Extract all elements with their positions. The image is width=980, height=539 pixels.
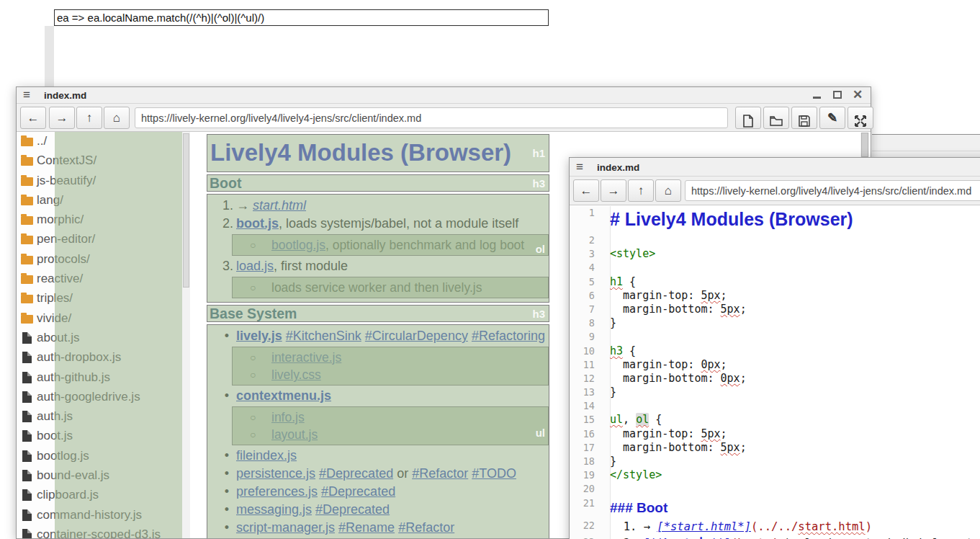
md-list-item: ○layout.js: [233, 426, 548, 443]
md-list-item: 1.→ start.html: [207, 197, 549, 215]
md-link[interactable]: #Deprecated: [319, 466, 393, 481]
sidebar-item[interactable]: protocols/: [17, 250, 190, 270]
background-window[interactable]: [872, 134, 980, 157]
expand-button[interactable]: [848, 107, 873, 129]
sidebar-item[interactable]: container-scoped-d3.js: [17, 525, 190, 538]
md-link[interactable]: #KitchenSink: [286, 329, 361, 343]
sidebar-item[interactable]: about.js: [17, 329, 190, 348]
md-link[interactable]: start.html: [253, 198, 306, 213]
forward-button[interactable]: →: [49, 107, 75, 129]
sidebar-item[interactable]: bound-eval.js: [17, 466, 190, 486]
home-button[interactable]: ⌂: [655, 179, 681, 202]
sidebar-item[interactable]: command-history.js: [17, 506, 190, 525]
highlighted-h3-block: Base Systemh3: [207, 305, 549, 322]
sidebar-item[interactable]: auth-googledrive.js: [17, 388, 190, 407]
md-link[interactable]: persistence.js: [236, 466, 315, 481]
save-button[interactable]: [791, 107, 817, 129]
md-link[interactable]: #Refactor: [398, 520, 454, 535]
md-list-item: 3.load.js, first module: [207, 257, 549, 275]
md-link[interactable]: lively.js: [236, 329, 282, 343]
h3-text: Boot: [210, 175, 241, 191]
code-token: h3: [610, 344, 623, 357]
md-link[interactable]: #Deprecated: [315, 502, 390, 517]
sidebar-scrollbar[interactable]: [182, 132, 190, 538]
md-link[interactable]: load.js: [236, 259, 274, 273]
sidebar-item[interactable]: lang/: [17, 191, 190, 210]
md-text: , first module: [274, 259, 348, 273]
home-button[interactable]: ⌂: [104, 107, 130, 129]
sidebar-item[interactable]: pen-editor/: [17, 230, 190, 249]
h3-text: Base System: [210, 306, 297, 321]
back-button[interactable]: ←: [573, 179, 599, 202]
menu-icon[interactable]: ≡: [576, 160, 583, 174]
sidebar-item[interactable]: bootlog.js: [17, 447, 190, 466]
element-tag-label: h1: [532, 135, 545, 172]
md-link[interactable]: fileindex.js: [236, 448, 297, 463]
window-source-editor: ≡ index.md ← → ↑ ⌂ 1# Lively4 Modules (B…: [569, 157, 980, 539]
sidebar-item[interactable]: reactive/: [17, 270, 190, 289]
md-link[interactable]: preferences.js: [236, 484, 318, 499]
menu-icon[interactable]: ≡: [23, 88, 30, 102]
code-text: }: [603, 455, 616, 468]
new-file-button[interactable]: [735, 107, 761, 129]
md-text: →: [236, 198, 253, 213]
md-link[interactable]: script-manager.js: [236, 520, 335, 535]
up-button[interactable]: ↑: [628, 179, 654, 202]
window2-titlebar[interactable]: ≡ index.md: [570, 158, 980, 177]
sidebar-item[interactable]: auth-dropbox.js: [17, 348, 190, 368]
code-editor[interactable]: 1# Lively4 Modules (Browser)23<style>45h…: [570, 206, 980, 539]
element-filter-input[interactable]: [54, 9, 549, 26]
sidebar-item[interactable]: ../: [17, 132, 190, 151]
code-token: }: [610, 386, 616, 398]
close-button[interactable]: ✕: [849, 89, 866, 102]
line-number: 11: [570, 358, 603, 372]
list-marker: ○: [250, 349, 256, 366]
md-link[interactable]: bootlog.js: [271, 238, 325, 252]
md-link[interactable]: #Deprecated: [321, 484, 395, 499]
folder-button[interactable]: [763, 107, 789, 129]
code-text: }: [603, 316, 616, 330]
list-marker: •: [222, 465, 232, 483]
window1-titlebar[interactable]: ≡ index.md ✕: [17, 87, 871, 104]
sidebar-item[interactable]: morphic/: [17, 210, 190, 230]
md-link[interactable]: messaging.js: [236, 502, 312, 517]
forward-button[interactable]: →: [601, 179, 626, 202]
md-link[interactable]: #Refactor: [412, 466, 468, 481]
back-button[interactable]: ←: [20, 107, 46, 129]
minimize-button[interactable]: [808, 89, 825, 102]
md-link[interactable]: interactive.js: [271, 350, 341, 365]
code-text: # Lively4 Modules (Browser): [603, 206, 853, 233]
url-input[interactable]: [135, 107, 728, 128]
sidebar-item[interactable]: triples/: [17, 289, 190, 308]
code-line: 9: [570, 330, 980, 344]
edit-button[interactable]: ✎: [819, 107, 845, 129]
code-text: <style>: [603, 247, 655, 261]
code-token: 0px: [701, 358, 720, 371]
sidebar-item[interactable]: auth.js: [17, 407, 190, 427]
sidebar-item[interactable]: boot.js: [17, 427, 190, 446]
sidebar-item[interactable]: vivide/: [17, 309, 190, 329]
md-link[interactable]: #TODO: [472, 466, 516, 481]
file-icon: [22, 470, 32, 481]
file-icon: [22, 509, 32, 521]
maximize-button[interactable]: [829, 89, 846, 102]
md-link[interactable]: lively.css: [271, 368, 321, 382]
md-link[interactable]: contextmenu.js: [236, 388, 331, 403]
md-link[interactable]: boot.js: [236, 216, 279, 231]
url-input[interactable]: [685, 180, 980, 201]
code-token: margin-top:: [610, 358, 701, 371]
md-link[interactable]: info.js: [271, 410, 305, 424]
folder-icon: [21, 157, 33, 166]
code-token: start.html: [798, 520, 865, 533]
md-link[interactable]: layout.js: [271, 427, 318, 442]
code-token: 1. →: [610, 520, 657, 533]
up-button[interactable]: ↑: [76, 107, 102, 129]
sidebar-item[interactable]: ContextJS/: [17, 151, 190, 171]
sidebar-item[interactable]: js-beautify/: [17, 172, 190, 191]
md-link[interactable]: #Refactoring: [472, 329, 545, 343]
code-line: 8}: [570, 316, 980, 330]
md-link[interactable]: #CircularDepency: [365, 329, 468, 343]
sidebar-item[interactable]: auth-github.js: [17, 368, 190, 388]
md-link[interactable]: #Rename: [338, 520, 395, 535]
sidebar-item[interactable]: clipboard.js: [17, 486, 190, 505]
